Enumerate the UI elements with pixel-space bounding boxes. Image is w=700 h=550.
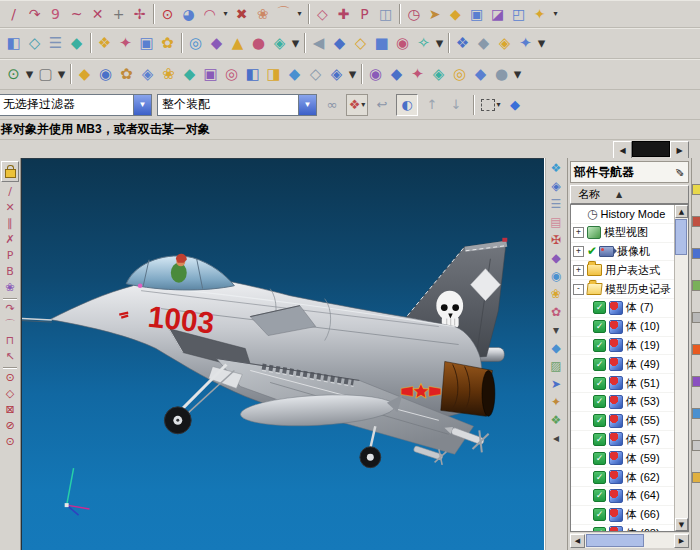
toolbar-icon[interactable]: ◉: [392, 33, 413, 54]
scroll-right-icon[interactable]: ▶: [674, 534, 689, 548]
toolbar-icon[interactable]: /: [3, 3, 24, 24]
toolbar-icon[interactable]: ✿: [116, 64, 137, 85]
toolbar-icon[interactable]: ➤: [424, 3, 445, 24]
toolbar-icon[interactable]: P: [354, 3, 375, 24]
selection-tool-icon[interactable]: ↓: [446, 95, 466, 115]
dropdown-arrow-icon[interactable]: ▾: [347, 64, 358, 85]
tree-item[interactable]: ✓体 (49): [571, 355, 675, 374]
docked-tool-icon[interactable]: [692, 312, 700, 323]
sketch-tool-icon[interactable]: ⊙: [5, 436, 14, 448]
toolbar-icon[interactable]: ◕: [178, 3, 199, 24]
dropdown-arrow-icon[interactable]: ▾: [550, 3, 561, 24]
toolbar-scrollbar[interactable]: ◀ ▶: [613, 141, 689, 157]
tree-item[interactable]: ✓体 (51): [571, 374, 675, 393]
toolbar-icon[interactable]: ~: [66, 3, 87, 24]
docked-tool-icon[interactable]: [692, 216, 700, 227]
checkbox-icon[interactable]: ✓: [593, 358, 606, 371]
checkbox-icon[interactable]: ✓: [593, 489, 606, 502]
chevron-down-icon[interactable]: ▼: [298, 95, 316, 115]
sketch-tool-icon[interactable]: ↖: [5, 351, 14, 363]
expander-toggle[interactable]: -: [573, 284, 584, 295]
selection-tool-icon[interactable]: ↑: [422, 95, 442, 115]
resource-tool-icon[interactable]: ▨: [550, 360, 561, 373]
toolbar-icon[interactable]: ◈: [269, 33, 290, 54]
sketch-tool-icon[interactable]: ⌒: [5, 319, 16, 331]
toolbar-icon[interactable]: ▣: [466, 3, 487, 24]
resource-tool-icon[interactable]: ☰: [551, 198, 562, 211]
sketch-tool-icon[interactable]: ✕: [5, 202, 14, 214]
dropdown-arrow-icon[interactable]: ▾: [434, 33, 445, 54]
dropdown-arrow-icon[interactable]: ▾: [536, 33, 547, 54]
sketch-tool-icon[interactable]: ⊠: [5, 404, 14, 416]
resource-tool-icon[interactable]: ✠: [551, 234, 561, 247]
toolbar-icon[interactable]: ◎: [449, 64, 470, 85]
sketch-tool-icon[interactable]: ⊘: [5, 420, 14, 432]
docked-tool-icon[interactable]: [692, 408, 700, 419]
toolbar-icon[interactable]: ◀: [308, 33, 329, 54]
docked-tool-icon[interactable]: [692, 344, 700, 355]
toolbar-icon[interactable]: ◧: [3, 33, 24, 54]
toolbar-icon[interactable]: ◰: [508, 3, 529, 24]
tree-item[interactable]: ✓体 (64): [571, 487, 675, 506]
selection-tool-icon[interactable]: ▾: [481, 95, 501, 115]
toolbar-icon[interactable]: ◉: [95, 64, 116, 85]
toolbar-icon[interactable]: ✕: [87, 3, 108, 24]
sketch-tool-icon[interactable]: ∥: [7, 218, 13, 230]
tree-item[interactable]: ✓体 (53): [571, 393, 675, 412]
dropdown-arrow-icon[interactable]: ▾: [294, 3, 305, 24]
toolbar-icon[interactable]: ◈: [428, 64, 449, 85]
sketch-tool-icon[interactable]: ✗: [5, 234, 14, 246]
tree-item[interactable]: -模型历史记录: [571, 280, 675, 299]
tree-item[interactable]: ✓体 (19): [571, 337, 675, 356]
lock-tool-button[interactable]: [1, 161, 19, 182]
resource-tool-icon[interactable]: ❖: [551, 414, 562, 427]
toolbar-icon[interactable]: ◪: [487, 3, 508, 24]
checkbox-icon[interactable]: ✓: [593, 471, 606, 484]
toolbar-icon[interactable]: ◇: [312, 3, 333, 24]
tree-item[interactable]: ✓体 (7): [571, 299, 675, 318]
toolbar-icon[interactable]: ◈: [137, 64, 158, 85]
checkbox-icon[interactable]: ✓: [593, 377, 606, 390]
toolbar-icon[interactable]: ◇: [24, 33, 45, 54]
toolbar-icon[interactable]: ❖: [94, 33, 115, 54]
dropdown-arrow-icon[interactable]: ▾: [56, 64, 67, 85]
tree-item[interactable]: ✓体 (68): [571, 525, 675, 531]
resource-tool-icon[interactable]: ◆: [551, 342, 560, 355]
toolbar-icon[interactable]: ◧: [242, 64, 263, 85]
docked-tool-icon[interactable]: [692, 248, 700, 259]
checkbox-icon[interactable]: ✓: [593, 395, 606, 408]
toolbar-icon[interactable]: ⊙: [157, 3, 178, 24]
toolbar-icon[interactable]: ◆: [329, 33, 350, 54]
tree-item[interactable]: ✓体 (55): [571, 412, 675, 431]
checkbox-icon[interactable]: ✓: [593, 452, 606, 465]
toolbar-icon[interactable]: ◈: [494, 33, 515, 54]
toolbar-icon[interactable]: +: [108, 3, 129, 24]
resource-tool-icon[interactable]: ◈: [551, 180, 560, 193]
scrollbar-thumb[interactable]: [675, 219, 687, 255]
sketch-tool-icon[interactable]: ❀: [5, 282, 14, 294]
toolbar-icon[interactable]: ◆: [206, 33, 227, 54]
resource-tool-icon[interactable]: ◂: [553, 432, 559, 445]
toolbar-icon[interactable]: ◫: [375, 3, 396, 24]
resource-tool-icon[interactable]: ✿: [551, 306, 561, 319]
tree-item[interactable]: ✓体 (62): [571, 468, 675, 487]
toolbar-icon[interactable]: ◆: [74, 64, 95, 85]
toolbar-icon[interactable]: ◆: [66, 33, 87, 54]
tree-item[interactable]: ◷History Mode: [571, 205, 675, 224]
checkbox-icon[interactable]: ✓: [593, 320, 606, 333]
scroll-up-icon[interactable]: ▲: [675, 205, 688, 218]
sketch-tool-icon[interactable]: P: [7, 250, 14, 262]
tree-vertical-scrollbar[interactable]: ▲ ▼: [674, 205, 688, 531]
toolbar-icon[interactable]: ◎: [221, 64, 242, 85]
chevron-down-icon[interactable]: ▼: [133, 95, 151, 115]
expander-toggle[interactable]: +: [573, 227, 584, 238]
sketch-tool-icon[interactable]: ⊙: [5, 372, 14, 384]
selection-tool-icon[interactable]: ∞: [322, 95, 342, 115]
scrollbar-thumb[interactable]: [632, 141, 670, 157]
toolbar-icon[interactable]: ✦: [407, 64, 428, 85]
toolbar-icon[interactable]: 9: [45, 3, 66, 24]
selection-filter-dropdown[interactable]: 无选择过滤器 ▼: [0, 94, 152, 116]
docked-tool-icon[interactable]: [692, 472, 700, 483]
checkbox-icon[interactable]: ✓: [593, 339, 606, 352]
selection-tool-icon[interactable]: ↩: [372, 95, 392, 115]
